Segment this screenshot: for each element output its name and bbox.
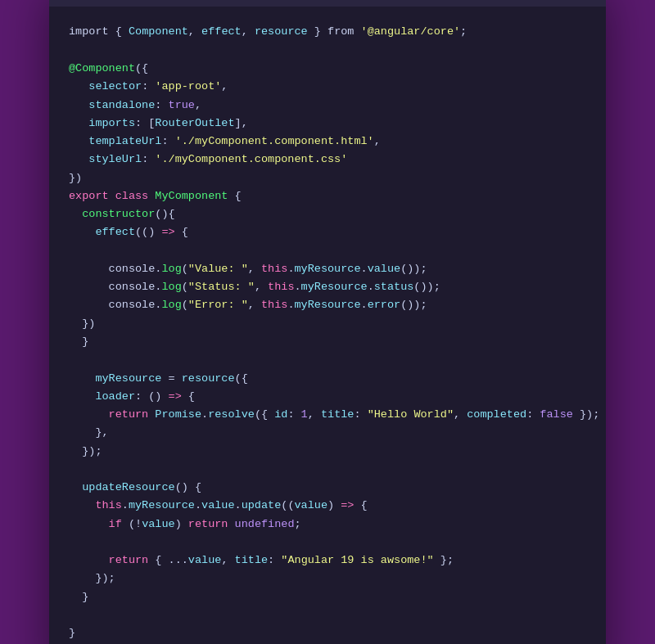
code-line-style: styleUrl: './myComponent.component.css' [69,151,586,169]
code-line-myresource: myResource = resource({ [69,370,586,388]
code-line-decorator-end: }) [69,169,586,187]
code-line-blank-1 [69,42,586,60]
code-line-blank-5 [69,534,586,552]
code-line-update-method: updateResource() { [69,479,586,497]
code-line-return-promise: return Promise.resolve({ id: 1, title: "… [69,406,586,424]
code-line-update-call: this.myResource.value.update((value) => … [69,497,586,515]
code-line-template: templateUrl: './myComponent.component.ht… [69,133,586,151]
code-line-blank-4 [69,461,586,479]
code-line-loader-close: }, [69,424,586,442]
code-line-selector: selector: 'app-root', [69,78,586,96]
code-line-blank-6 [69,606,586,624]
code-line-log-error: console.log("Error: ", this.myResource.e… [69,296,586,314]
code-line-effect: effect(() => { [69,223,586,241]
code-line-blank-3 [69,351,586,369]
code-line-update-method-close: } [69,588,586,606]
code-line-class: export class MyComponent { [69,187,586,205]
code-line-class-close: } [69,624,586,642]
code-line-constructor-close: } [69,333,586,351]
code-line-blank-2 [69,242,586,260]
code-line-1: import { Component, effect, resource } f… [69,23,586,41]
code-line-return-spread: return { ...value, title: "Angular 19 is… [69,552,586,570]
code-line-effect-close: }) [69,315,586,333]
code-line-log-value: console.log("Value: ", this.myResource.v… [69,260,586,278]
code-line-loader: loader: () => { [69,388,586,406]
code-line-imports: imports: [RouterOutlet], [69,115,586,133]
code-line-log-status: console.log("Status: ", this.myResource.… [69,278,586,296]
code-line-decorator: @Component({ [69,60,586,78]
code-window: import { Component, effect, resource } f… [49,0,606,644]
code-line-resource-close: }); [69,443,586,461]
code-line-standalone: standalone: true, [69,97,586,115]
code-editor: import { Component, effect, resource } f… [49,7,606,644]
title-bar [49,0,606,7]
code-line-if-value: if (!value) return undefined; [69,516,586,534]
code-line-constructor: constructor(){ [69,205,586,223]
code-line-update-cb-close: }); [69,570,586,588]
